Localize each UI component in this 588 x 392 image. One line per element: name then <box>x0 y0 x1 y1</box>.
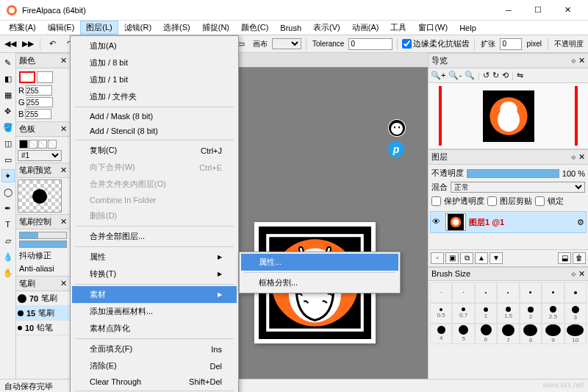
brush-size-cell[interactable] <box>475 282 497 303</box>
alpaca-avatar-icon[interactable] <box>388 119 406 137</box>
panel-close-icon[interactable]: ✕ <box>60 217 67 227</box>
menu-color[interactable]: 颜色(C) <box>235 21 274 35</box>
wand-tool[interactable]: ✦ <box>1 169 15 182</box>
palette-cell[interactable] <box>38 140 47 149</box>
menu-view[interactable]: 表示(V) <box>307 21 346 35</box>
brush-list-item[interactable]: 15笔刷 <box>16 306 70 321</box>
submenu-item[interactable]: 框格分割... <box>241 274 398 291</box>
lock-checkbox[interactable] <box>535 196 545 206</box>
brush-size-cell[interactable]: 9 <box>542 324 564 344</box>
submenu-item[interactable]: 属性... <box>241 254 398 271</box>
brush-size-cell[interactable]: 0.5 <box>430 303 452 324</box>
close-button[interactable]: ✕ <box>553 0 582 21</box>
hand-tool[interactable]: ✋ <box>1 266 15 279</box>
menu-help[interactable]: Help <box>453 22 482 34</box>
gradient-tool[interactable]: ◫ <box>1 137 15 150</box>
menu-item[interactable]: 合并全部图层... <box>72 228 237 245</box>
palette-cell[interactable] <box>48 140 57 149</box>
duplicate-layer-button[interactable]: ⧉ <box>460 252 473 264</box>
brush-list-item[interactable]: 10铅笔 <box>16 321 70 335</box>
menu-item[interactable]: 追加(A) <box>72 38 237 54</box>
menu-item[interactable]: Add / Mask (8 bit) <box>72 109 237 124</box>
brush-size-cell[interactable]: 8 <box>520 324 542 344</box>
menu-anim[interactable]: 动画(A) <box>346 21 385 35</box>
menu-item[interactable]: 全面填充(F)Ins <box>72 341 237 357</box>
panel-actions[interactable]: ⟐ ✕ <box>571 269 585 279</box>
panel-actions[interactable]: ⟐ ✕ <box>571 56 585 65</box>
new-layer-button[interactable]: ▫ <box>431 252 444 264</box>
menu-snap[interactable]: 捕捉(N) <box>196 21 235 35</box>
new-folder-button[interactable]: ▣ <box>445 252 459 264</box>
menu-item[interactable]: 转换(T)▶ <box>72 266 237 282</box>
menu-item[interactable]: Clear ThroughShift+Del <box>72 374 237 389</box>
menu-select[interactable]: 选择(S) <box>157 21 196 35</box>
clip-checkbox[interactable] <box>487 196 497 206</box>
brush-size-cell[interactable]: 3 <box>564 303 587 324</box>
undo-button[interactable]: ↶ <box>45 38 60 51</box>
menu-brush[interactable]: Brush <box>274 22 307 34</box>
menu-item[interactable]: 追加 / 文件夹 <box>72 88 237 105</box>
brush-size-cell[interactable] <box>564 282 587 303</box>
merge-button[interactable]: ⬓ <box>558 252 571 264</box>
fg-color-swatch[interactable] <box>19 71 35 83</box>
nav-next-button[interactable]: ▶▶ <box>21 38 35 51</box>
pixiv-icon[interactable]: p <box>388 141 404 157</box>
move-tool[interactable]: ✥ <box>1 104 15 118</box>
minimize-button[interactable]: ─ <box>494 0 523 21</box>
layer-up-button[interactable]: ▲ <box>475 252 488 264</box>
fill-tool[interactable]: 🪣 <box>1 121 15 134</box>
rotate-ccw-icon[interactable]: ↺ <box>483 71 490 80</box>
brush-size-cell[interactable]: 0.7 <box>452 303 474 324</box>
brush-list-item[interactable]: 70笔刷 <box>16 291 70 306</box>
menu-item[interactable]: 属性▶ <box>72 249 237 266</box>
menu-item[interactable]: 添加漫画框材料... <box>72 303 237 320</box>
eyedropper-tool[interactable]: 💧 <box>1 250 15 263</box>
nav-prev-button[interactable]: ◀◀ <box>3 38 18 51</box>
brush-size-cell[interactable]: 2.5 <box>542 303 564 324</box>
menu-filter[interactable]: 滤镜(R) <box>118 21 157 35</box>
brush-size-cell[interactable] <box>497 282 519 303</box>
palette-cell[interactable] <box>29 140 37 149</box>
menu-item[interactable]: 素材点阵化 <box>72 320 237 337</box>
menu-item[interactable]: Add / Stencil (8 bit) <box>72 124 237 138</box>
menu-item[interactable]: 素材▶ <box>72 286 237 303</box>
brush-opacity-slider[interactable] <box>19 240 67 248</box>
delete-layer-button[interactable]: 🗑 <box>573 252 586 264</box>
menu-layer[interactable]: 图层(L) <box>80 21 118 35</box>
brush-size-cell[interactable]: 1 <box>475 303 497 324</box>
layer-item[interactable]: 👁 图层1 @1 ⚙ <box>430 211 587 233</box>
menu-edit[interactable]: 编辑(E) <box>42 21 81 35</box>
g-input[interactable] <box>26 97 53 107</box>
panel-close-icon[interactable]: ✕ <box>60 279 67 288</box>
menu-item[interactable]: 追加 / 8 bit <box>72 54 237 71</box>
layer-gear-icon[interactable]: ⚙ <box>577 218 584 227</box>
lasso-tool[interactable]: ◯ <box>1 185 15 199</box>
maximize-button[interactable]: ☐ <box>523 0 553 21</box>
tolerance-input[interactable] <box>348 38 392 50</box>
b-input[interactable] <box>25 109 51 119</box>
brush-size-cell[interactable]: 1.5 <box>497 303 519 324</box>
shape-tool[interactable]: ▱ <box>1 234 15 247</box>
dot-tool[interactable]: ▦ <box>1 88 15 101</box>
flip-icon[interactable]: ⇋ <box>517 71 523 80</box>
antialias-checkbox[interactable] <box>402 39 412 49</box>
layer-opacity-slider[interactable] <box>467 169 559 178</box>
protect-alpha-checkbox[interactable] <box>431 196 441 206</box>
zoom-in-icon[interactable]: 🔍+ <box>431 71 445 80</box>
brush-size-cell[interactable] <box>430 282 452 303</box>
rotate-cw-icon[interactable]: ↻ <box>492 71 499 80</box>
r-input[interactable] <box>26 85 52 96</box>
nav-preview[interactable] <box>429 83 588 149</box>
panel-close-icon[interactable]: ✕ <box>60 165 67 175</box>
rotate-reset-icon[interactable]: ⟲ <box>502 71 509 80</box>
pen-tool[interactable]: ✒ <box>1 202 15 215</box>
menu-tools[interactable]: 工具 <box>384 21 412 35</box>
layer-visibility-icon[interactable]: 👁 <box>432 217 442 227</box>
brush-size-cell[interactable] <box>542 282 564 303</box>
text-tool[interactable]: T <box>1 218 15 231</box>
bg-color-swatch[interactable] <box>37 71 53 83</box>
menu-item[interactable]: 追加 / 1 bit <box>72 71 237 88</box>
panel-close-icon[interactable]: ✕ <box>60 124 67 134</box>
layer-down-button[interactable]: ▼ <box>490 252 503 264</box>
brush-size-cell[interactable]: 5 <box>452 324 474 344</box>
